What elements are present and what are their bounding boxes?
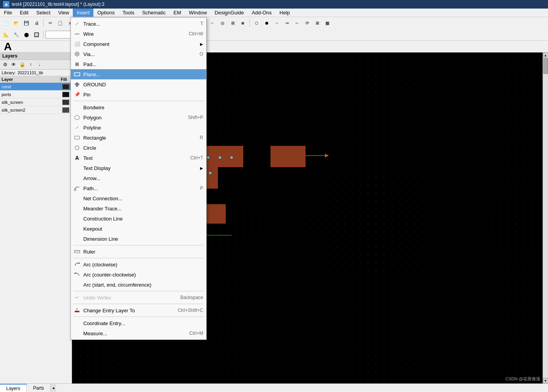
menu-item-edit[interactable]: Edit — [16, 9, 32, 17]
menu-item-designguide[interactable]: DesignGuide — [211, 9, 248, 17]
menu-shortcut: Ctrl+W — [189, 31, 203, 37]
layer-row-cond[interactable]: cond — [0, 83, 72, 91]
menu-entry-trace---[interactable]: ⟋Trace...T — [71, 19, 206, 29]
menu-entry-meander-trace---[interactable]: Meander Trace... — [71, 203, 206, 214]
layers-eye-icon[interactable]: 👁 — [10, 61, 17, 68]
menu-entry-polygon[interactable]: PolygonShift+P — [71, 112, 206, 122]
menu-entry-path---[interactable]: Path...P — [71, 183, 206, 193]
menu-item-select[interactable]: Select — [32, 9, 54, 17]
menu-entry-ground[interactable]: GROUND — [71, 79, 206, 89]
menu-item-insert[interactable]: Insert — [73, 9, 93, 17]
menu-label: Polyline — [83, 125, 101, 131]
menu-icon-none — [73, 225, 81, 233]
layer-row-ports[interactable]: ports — [0, 91, 72, 98]
open-button[interactable]: 📂 — [12, 18, 21, 28]
menu-entry-arrow---[interactable]: Arrow... — [71, 173, 206, 183]
menu-entry-plane---[interactable]: Plane... — [71, 69, 206, 79]
tool-sch1[interactable]: ⬡ — [252, 18, 261, 28]
tool2-2[interactable]: 🔧 — [12, 30, 21, 39]
scroll-down-arrow[interactable]: ▼ — [543, 378, 548, 383]
copy-button[interactable]: 📋 — [56, 18, 65, 28]
cut-button[interactable]: ✂ — [46, 18, 55, 28]
menu-entry-net-connection---[interactable]: Net Connection... — [71, 193, 206, 203]
tool-sch5[interactable]: ↔ — [292, 18, 302, 28]
library-label: Library: — [2, 70, 16, 75]
menu-icon-via — [73, 50, 81, 58]
menu-item-schematic[interactable]: Schematic — [138, 9, 170, 17]
tool-sch8[interactable]: ▦ — [323, 18, 332, 28]
menu-label: Component — [83, 41, 109, 47]
new-button[interactable]: 📄 — [2, 18, 11, 28]
menu-item-em[interactable]: EM — [170, 9, 185, 17]
tool-sch6[interactable]: ⟳ — [302, 18, 312, 28]
tool-sch7[interactable]: ⊞ — [313, 18, 322, 28]
menu-separator — [73, 245, 204, 245]
scroll-up-arrow[interactable]: ▲ — [543, 52, 548, 58]
tool-sch3[interactable]: → — [272, 18, 281, 28]
scroll-thumb[interactable] — [543, 58, 548, 74]
menu-shortcut: P — [200, 186, 203, 191]
svg-point-19 — [230, 156, 233, 159]
menu-entry-keepout[interactable]: Keepout — [71, 224, 206, 234]
menu-item-help[interactable]: Help — [276, 9, 294, 17]
menu-entry-construction-line[interactable]: Construction Line — [71, 214, 206, 224]
menu-entry-text[interactable]: ATextCtrl+T — [71, 153, 206, 163]
menu-entry-arc--clockwise-[interactable]: Arc (clockwise) — [71, 259, 206, 270]
layers-lock-icon[interactable]: 🔒 — [19, 61, 26, 68]
layers-down-icon[interactable]: ↓ — [36, 61, 43, 68]
menu-entry-measure---[interactable]: Measure...Ctrl+M — [71, 328, 206, 338]
tool-port[interactable]: ▦ — [238, 18, 248, 28]
menu-item-file[interactable]: File — [0, 9, 16, 17]
menu-entry-text-display[interactable]: Text Display▶ — [71, 163, 206, 173]
menu-item-tools[interactable]: Tools — [119, 9, 138, 17]
layer-row-silk_screen[interactable]: silk_screen — [0, 98, 72, 106]
save-button[interactable]: 💾 — [22, 18, 31, 28]
menu-item-view[interactable]: View — [54, 9, 73, 17]
menu-entry-pad---[interactable]: ⊞Pad... — [71, 59, 206, 69]
tab-layers[interactable]: Layers — [0, 384, 27, 392]
menu-entry-bondwire[interactable]: Bondwire — [71, 102, 206, 112]
menu-entry-ruler[interactable]: Ruler — [71, 247, 206, 257]
layer-fill-silk_screen2 — [60, 106, 72, 114]
layers-col-header: Layer Fill — [0, 76, 72, 83]
menu-entry-pin[interactable]: 📌Pin — [71, 89, 206, 100]
tool-sch4[interactable]: ⇒ — [282, 18, 292, 28]
layer-row-silk_screen2[interactable]: silk_screen2 — [0, 106, 72, 114]
layers-up-icon[interactable]: ↑ — [27, 61, 34, 68]
tool-grid[interactable]: ⊞ — [228, 18, 237, 28]
print-button[interactable]: 🖨 — [32, 18, 41, 28]
menu-entry-via---[interactable]: Via...O — [71, 49, 206, 59]
tool2-4[interactable]: 🔲 — [32, 30, 41, 39]
menu-entry-component[interactable]: ⬜Component▶ — [71, 39, 206, 49]
tool2-3[interactable]: ⬤ — [22, 30, 31, 39]
menu-label: GROUND — [83, 82, 106, 88]
menu-entry-polyline[interactable]: ⟋Polyline — [71, 122, 206, 133]
menu-entry-arc--counter-clockwise-[interactable]: Arc (counter-clockwise) — [71, 270, 206, 280]
menu-entry-rectangle[interactable]: RectangleR — [71, 133, 206, 143]
tool-target[interactable]: ◎ — [218, 18, 227, 28]
tool-back[interactable]: ← — [208, 18, 217, 28]
tool2-1[interactable]: 📐 — [2, 30, 11, 39]
menu-item-window[interactable]: Window — [185, 9, 211, 17]
layers-settings-icon[interactable]: ⚙ — [2, 61, 9, 68]
menu-label: Circle — [83, 145, 96, 151]
menu-entry-dimension-line[interactable]: Dimension Line — [71, 234, 206, 244]
menu-label: Change Entry Layer To — [83, 308, 135, 313]
tool-sch2[interactable]: ⬢ — [262, 18, 271, 28]
layer-name-silk_screen2: silk_screen2 — [0, 107, 60, 113]
scroll-track[interactable] — [543, 58, 548, 378]
sep5 — [249, 19, 250, 27]
menu-entry-change-entry-layer-to[interactable]: ⬆Change Entry Layer ToCtrl+Shift+C — [71, 305, 206, 315]
svg-point-20 — [209, 172, 211, 174]
menu-entry-coordinate-entry---[interactable]: Coordinate Entry... — [71, 318, 206, 328]
menu-item-options[interactable]: Options — [93, 9, 119, 17]
menu-entry-arc--start--end--circumference-[interactable]: Arc (start, end, circumference) — [71, 280, 206, 290]
statusbar-arrow[interactable]: ◄ — [51, 384, 56, 392]
menu-entry-wire[interactable]: —WireCtrl+W — [71, 29, 206, 39]
menu-icon-plane — [73, 70, 81, 78]
menu-entry-circle[interactable]: Circle — [71, 143, 206, 153]
menu-icon-path — [73, 184, 81, 192]
menu-item-add-ons[interactable]: Add-Ons — [248, 9, 276, 17]
tab-parts[interactable]: Parts — [27, 384, 51, 392]
menu-label: Pad... — [83, 61, 97, 67]
